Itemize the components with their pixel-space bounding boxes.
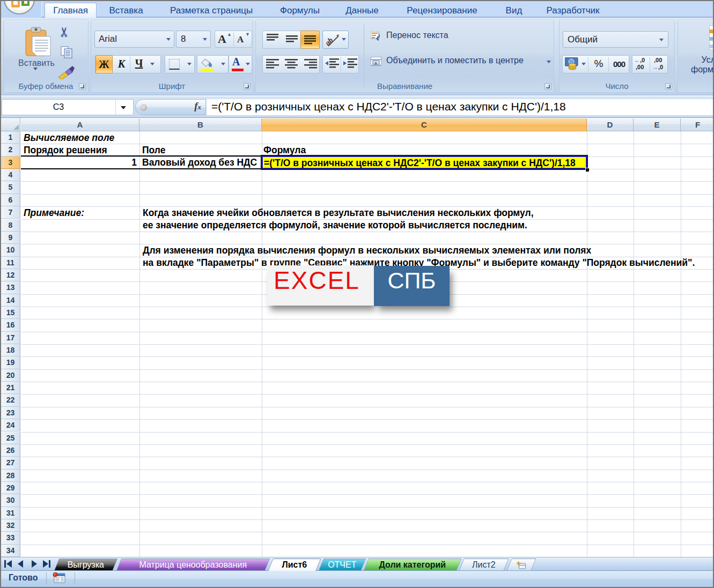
svg-text:a: a [374,61,377,65]
